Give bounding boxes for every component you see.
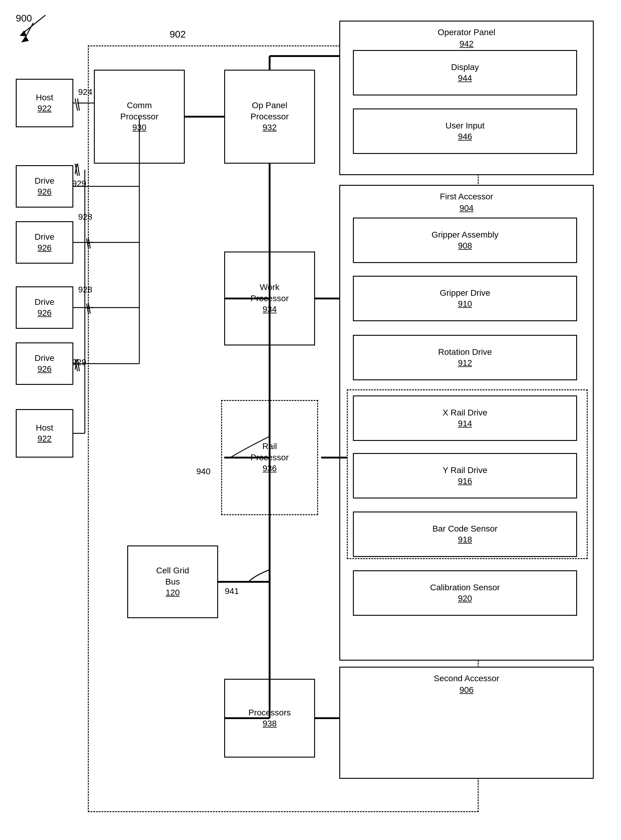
user-input-label: User Input [445, 120, 485, 131]
cal-sensor-num: 920 [458, 593, 472, 604]
bar-code-num: 918 [458, 534, 472, 545]
y-rail-drive-label: Y Rail Drive [442, 465, 487, 476]
svg-line-19 [75, 164, 77, 174]
drive4-label: Drive [35, 353, 54, 364]
processors-label: Processors [248, 707, 291, 718]
first-accessor-num: 904 [459, 203, 474, 214]
display-box: Display 944 [353, 50, 577, 96]
gripper-asm-num: 908 [458, 240, 472, 251]
bar-code-label: Bar Code Sensor [433, 523, 498, 534]
display-label: Display [451, 62, 479, 73]
cell-grid-label: Cell GridBus [156, 565, 189, 587]
gripper-asm-label: Gripper Assembly [432, 229, 498, 240]
drive2-num: 926 [38, 243, 52, 253]
second-accessor-box: Second Accessor 906 [339, 667, 594, 779]
cal-sensor-label: Calibration Sensor [430, 582, 500, 593]
work-proc-label: WorkProcessor [250, 282, 289, 304]
drive1-label: Drive [35, 176, 54, 186]
ref-929b: 929 [72, 358, 86, 367]
drive1-box: Drive 926 [16, 165, 73, 208]
ref-902: 902 [170, 29, 186, 40]
gripper-asm-box: Gripper Assembly 908 [353, 218, 577, 263]
svg-line-5 [75, 99, 77, 109]
y-rail-drive-num: 916 [458, 476, 472, 487]
second-accessor-num: 906 [459, 685, 474, 696]
op-panel-proc-label: Op PanelProcessor [250, 100, 289, 122]
cell-grid-box: Cell GridBus 120 [127, 546, 218, 618]
ref-929a: 929 [72, 179, 86, 188]
drive3-box: Drive 926 [16, 287, 73, 329]
host-top-box: Host 922 [16, 79, 73, 127]
drive1-num: 926 [38, 186, 52, 197]
host-bot-box: Host 922 [16, 409, 73, 458]
second-accessor-label: Second Accessor [434, 673, 499, 684]
rail-proc-num: 936 [263, 463, 277, 474]
drive2-label: Drive [35, 232, 54, 243]
cal-sensor-box: Calibration Sensor 920 [353, 570, 577, 616]
host-bot-num: 922 [38, 433, 52, 444]
svg-line-21 [77, 164, 79, 176]
work-proc-box: WorkProcessor 934 [224, 252, 315, 346]
host-top-num: 922 [38, 103, 52, 114]
op-panel-proc-num: 932 [263, 122, 277, 133]
bar-code-sensor-box: Bar Code Sensor 918 [353, 511, 577, 557]
processors-box: Processors 938 [224, 679, 315, 758]
host-bot-label: Host [36, 422, 53, 433]
drive4-num: 926 [38, 364, 52, 375]
svg-line-6 [75, 99, 77, 111]
x-rail-drive-num: 914 [458, 418, 472, 429]
drive3-num: 926 [38, 308, 52, 318]
drive3-label: Drive [35, 297, 54, 308]
cell-grid-num: 120 [166, 587, 180, 598]
work-proc-num: 934 [263, 304, 277, 315]
arrow-900 [6, 9, 67, 45]
rotation-drive-box: Rotation Drive 912 [353, 335, 577, 380]
gripper-drive-num: 910 [458, 299, 472, 309]
y-rail-drive-box: Y Rail Drive 916 [353, 453, 577, 499]
comm-proc-num: 930 [132, 122, 147, 133]
drive4-box: Drive 926 [16, 343, 73, 385]
comm-proc-box: CommProcessor 930 [94, 70, 185, 164]
svg-line-0 [23, 15, 45, 33]
user-input-num: 946 [458, 131, 472, 142]
rotation-drive-num: 912 [458, 358, 472, 368]
rotation-drive-label: Rotation Drive [438, 347, 492, 358]
gripper-drive-label: Gripper Drive [440, 288, 490, 299]
comm-proc-label: CommProcessor [120, 100, 158, 122]
user-input-box: User Input 946 [353, 109, 577, 154]
operator-panel-label: Operator Panel [438, 27, 495, 38]
first-accessor-label: First Accessor [440, 191, 493, 202]
x-rail-drive-box: X Rail Drive 914 [353, 396, 577, 441]
drive2-box: Drive 926 [16, 221, 73, 264]
rail-proc-box: RailProcessor 936 [224, 403, 315, 512]
gripper-drive-box: Gripper Drive 910 [353, 276, 577, 321]
host-top-label: Host [36, 92, 53, 103]
rail-proc-label: RailProcessor [250, 441, 289, 463]
svg-line-20 [75, 164, 77, 176]
svg-line-7 [77, 99, 79, 111]
op-panel-proc-box: Op PanelProcessor 932 [224, 70, 315, 164]
operator-panel-num: 942 [459, 38, 474, 49]
processors-num: 938 [263, 718, 277, 729]
display-num: 944 [458, 73, 472, 83]
x-rail-drive-label: X Rail Drive [442, 407, 488, 418]
